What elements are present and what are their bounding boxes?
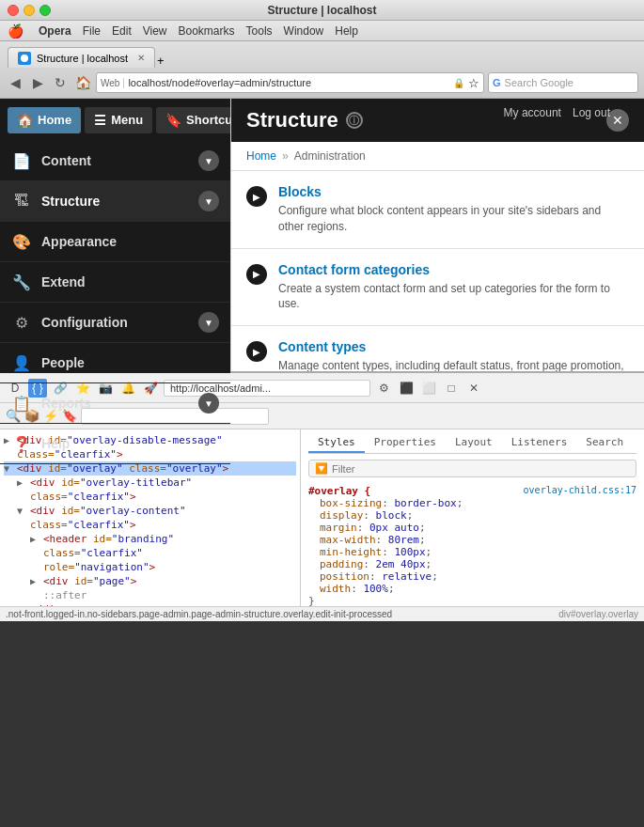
breadcrumb: Home » Administration (231, 142, 644, 171)
menu-icon: ☰ (94, 113, 106, 128)
menu-edit[interactable]: Edit (112, 24, 132, 38)
sidebar: 🏠 Home ☰ Menu 🔖 Shortcuts 👤 ekl1773 📄 Co… (0, 99, 230, 371)
html-line-10: role="navigation"> (4, 560, 296, 574)
tab-search[interactable]: Search (576, 433, 633, 453)
style-source-1[interactable]: overlay-child.css:17 (524, 485, 636, 497)
sidebar-item-appearance[interactable]: 🎨 Appearance (0, 222, 230, 262)
blocks-title[interactable]: Blocks (278, 184, 629, 199)
menu-nav-btn[interactable]: ☰ Menu (85, 107, 152, 133)
html-line-5: class="clearfix"> (4, 490, 296, 504)
blocks-desc: Configure what block content appears in … (278, 203, 629, 235)
star-icon[interactable]: ☆ (468, 76, 479, 90)
devtools-styles-panel: Styles Properties Layout Listeners Searc… (301, 429, 644, 606)
style-props-1: box-sizing: border-box; display: block; … (308, 497, 636, 595)
contact-title[interactable]: Contact form categories (278, 262, 629, 277)
appearance-icon: 🎨 (11, 231, 32, 252)
devtools-icon-10[interactable]: □ (442, 379, 461, 398)
contact-arrow-icon: ▶ (246, 264, 267, 285)
maximize-button[interactable] (39, 5, 51, 16)
sidebar-label-appearance: Appearance (41, 234, 219, 249)
sidebar-item-people[interactable]: 👤 People (0, 343, 230, 383)
prop-padding: padding: 2em 40px; (320, 558, 636, 570)
prop-width: width: 100%; (320, 583, 636, 595)
tab-properties[interactable]: Properties (365, 433, 446, 453)
forward-button[interactable]: ▶ (28, 73, 47, 92)
content-types-arrow-icon: ▶ (246, 341, 267, 362)
blocks-content: Blocks Configure what block content appe… (278, 184, 629, 235)
content-expand-icon[interactable]: ▼ (198, 150, 219, 171)
sidebar-item-structure[interactable]: 🏗 Structure ▼ (0, 181, 230, 222)
prop-display: display: block; (320, 509, 636, 522)
menu-help[interactable]: Help (335, 24, 358, 38)
overlay-title: Structure ⓘ (246, 108, 363, 133)
tab-close-button[interactable]: ✕ (137, 53, 145, 63)
html-line-11: ▶ <div id="page"> (4, 574, 296, 588)
structure-item-contact: ▶ Contact form categories Create a syste… (231, 249, 644, 327)
home-label: Home (38, 113, 71, 127)
home-nav-button[interactable]: 🏠 (73, 73, 92, 92)
menu-window[interactable]: Window (284, 24, 324, 38)
account-bar: My account Log out (504, 106, 610, 119)
sidebar-item-content[interactable]: 📄 Content ▼ (0, 141, 230, 181)
devtools-icon-8[interactable]: ⬛ (397, 379, 416, 398)
breadcrumb-home[interactable]: Home (246, 149, 276, 163)
devtools-settings-icon[interactable]: ⚙ (374, 379, 393, 398)
my-account-link[interactable]: My account (504, 106, 561, 119)
app-name[interactable]: Opera (39, 24, 71, 38)
menu-file[interactable]: File (83, 24, 101, 38)
sidebar-label-extend: Extend (41, 274, 219, 289)
sidebar-item-configuration[interactable]: ⚙ Configuration ▼ (0, 303, 230, 343)
devtools-icon-9[interactable]: ⬜ (419, 379, 438, 398)
browser-tab-active[interactable]: Structure | localhost ✕ (8, 47, 155, 68)
info-icon[interactable]: ⓘ (346, 112, 363, 129)
tab-layout[interactable]: Layout (446, 433, 502, 453)
extend-icon: 🔧 (11, 272, 32, 292)
breadcrumb-separator: » (282, 149, 289, 163)
menu-bookmarks[interactable]: Bookmarks (179, 24, 235, 38)
sidebar-item-extend[interactable]: 🔧 Extend (0, 262, 230, 303)
bottom-status-bar: .not-front.logged-in.no-sidebars.page-ad… (0, 606, 644, 621)
overlay-panel: My account Log out Structure ⓘ ✕ Home » … (230, 99, 644, 371)
menu-view[interactable]: View (143, 24, 167, 38)
back-button[interactable]: ◀ (6, 73, 24, 92)
prop-min-height: min-height: 100px; (320, 546, 636, 558)
content-types-content: Content types Manage content types, incl… (278, 339, 629, 371)
logout-link[interactable]: Log out (573, 106, 610, 119)
sidebar-item-reports[interactable]: 📋 Reports ▼ (0, 383, 230, 424)
structure-icon: 🏗 (11, 191, 32, 211)
structure-expand-icon[interactable]: ▼ (198, 191, 219, 211)
tab-styles[interactable]: Styles (308, 433, 365, 453)
filter-input[interactable] (332, 463, 630, 475)
mac-titlebar: Structure | localhost (0, 0, 644, 21)
reports-expand-icon[interactable]: ▼ (198, 393, 219, 414)
menu-tools[interactable]: Tools (246, 24, 273, 38)
top-nav: 🏠 Home ☰ Menu 🔖 Shortcuts 👤 ekl1773 (0, 99, 230, 141)
tab-favicon (18, 52, 31, 65)
tab-listeners[interactable]: Listeners (502, 433, 577, 453)
home-nav-btn[interactable]: 🏠 Home (8, 107, 81, 133)
devtools-close-icon[interactable]: ✕ (464, 379, 483, 398)
mac-window-controls[interactable] (8, 5, 51, 16)
close-button[interactable] (8, 5, 19, 16)
configuration-expand-icon[interactable]: ▼ (198, 312, 219, 333)
blocks-arrow-icon: ▶ (246, 186, 267, 207)
sidebar-item-help[interactable]: ❓ Help (0, 424, 230, 464)
address-bar[interactable]: Web localhost/node#overlay=admin/structu… (96, 72, 484, 93)
prop-max-width: max-width: 80rem; (320, 534, 636, 546)
new-tab-button[interactable]: + (157, 54, 165, 68)
sidebar-label-help: Help (41, 436, 219, 451)
apple-icon[interactable]: 🍎 (8, 23, 24, 39)
svg-point-0 (21, 55, 28, 62)
search-bar[interactable]: G Search Google (488, 72, 638, 93)
reload-button[interactable]: ↻ (51, 73, 70, 92)
content-types-title[interactable]: Content types (278, 339, 629, 354)
minimize-button[interactable] (24, 5, 35, 16)
devtools-filter-bar: 🔽 (308, 460, 636, 477)
url-display: localhost/node#overlay=admin/structure (128, 77, 449, 88)
breadcrumb-selector: div#overlay.overlay (558, 609, 638, 619)
sidebar-label-reports: Reports (41, 396, 198, 411)
overlay-title-text: Structure (246, 108, 338, 133)
overlay-header: My account Log out Structure ⓘ ✕ (231, 99, 644, 142)
prop-box-sizing: box-sizing: border-box; (320, 497, 636, 509)
web-label: Web (101, 78, 124, 88)
